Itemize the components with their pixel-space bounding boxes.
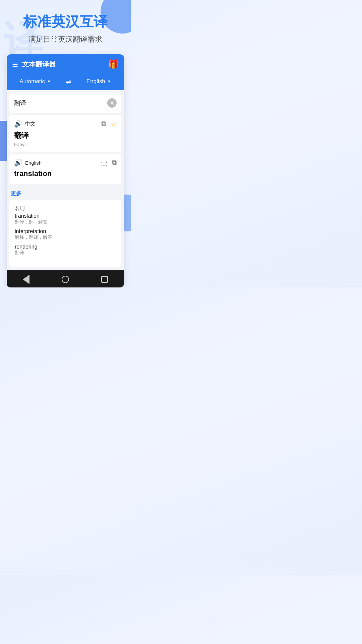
home-button[interactable] (62, 276, 69, 283)
more-label: 更多 (9, 190, 121, 197)
target-lang-selector[interactable]: English ▼ (86, 78, 111, 85)
back-icon (23, 275, 29, 284)
english-main-text: translation (14, 169, 117, 178)
target-lang-label: English (86, 78, 105, 85)
hero-subtitle: 满足日常英汉翻译需求 (7, 34, 124, 44)
english-lang-label: 🔊 English (14, 159, 42, 167)
chinese-speaker-icon[interactable]: 🔊 (14, 120, 22, 128)
recents-icon (101, 276, 108, 283)
menu-icon[interactable]: ☰ (12, 60, 18, 68)
more-section: 更多 名词 translation 翻译，翻，解答 interpretation… (7, 186, 124, 267)
bottom-nav (7, 270, 124, 287)
chinese-lang-name: 中文 (25, 121, 35, 127)
english-speaker-icon[interactable]: 🔊 (14, 159, 22, 167)
clear-button[interactable]: ✕ (107, 98, 117, 108)
lang-bar: Automatic ▼ ⇌ English ▼ (7, 74, 124, 90)
input-text: 翻译 (14, 99, 107, 107)
word-entry-2: rendering 翻译 (15, 244, 116, 256)
external-link-icon[interactable]: ⬚ (101, 159, 107, 167)
word-chinese-0: 翻译，翻，解答 (15, 219, 116, 225)
chinese-main-text: 翻译 (14, 130, 117, 141)
english-result-header: 🔊 English ⬚ ⧉ (14, 159, 117, 167)
copy-icon-english[interactable]: ⧉ (112, 159, 117, 167)
star-icon[interactable]: ☆ (111, 120, 117, 128)
english-result-card: 🔊 English ⬚ ⧉ translation (9, 154, 121, 184)
word-entry-0: translation 翻译，翻，解答 (15, 213, 116, 225)
swap-icon[interactable]: ⇌ (66, 77, 71, 86)
word-english-0: translation (15, 213, 116, 219)
app-title: 文本翻译器 (22, 60, 56, 69)
home-icon (62, 276, 69, 283)
app-header: ☰ 文本翻译器 🎁 (7, 54, 124, 74)
chinese-result-header: 🔊 中文 ⧉ ☆ (14, 120, 117, 128)
more-card: 名词 translation 翻译，翻，解答 interpretation 解释… (9, 200, 121, 267)
word-chinese-1: 解释，翻译，解答 (15, 234, 116, 240)
english-actions: ⬚ ⧉ (101, 159, 117, 167)
chinese-result-card: 🔊 中文 ⧉ ☆ 翻译 Fānyì (9, 115, 121, 152)
hero-title: 标准英汉互译 (7, 13, 124, 30)
recents-button[interactable] (101, 276, 108, 283)
copy-icon-chinese[interactable]: ⧉ (101, 120, 106, 128)
source-lang-arrow: ▼ (47, 79, 51, 84)
pos-group: 名词 translation 翻译，翻，解答 interpretation 解释… (15, 205, 116, 256)
gift-icon[interactable]: 🎁 (108, 59, 119, 69)
word-english-2: rendering (15, 244, 116, 250)
target-lang-arrow: ▼ (107, 79, 111, 84)
app-container: ☰ 文本翻译器 🎁 Automatic ▼ ⇌ English ▼ 翻译 ✕ (7, 54, 124, 287)
word-chinese-2: 翻译 (15, 250, 116, 256)
input-area[interactable]: 翻译 ✕ (9, 93, 121, 113)
back-button[interactable] (23, 275, 29, 284)
word-english-1: interpretation (15, 228, 116, 234)
hero-section: 标准英汉互译 满足日常英汉翻译需求 (7, 13, 124, 44)
chinese-pinyin: Fānyì (14, 142, 117, 147)
chinese-actions: ⧉ ☆ (101, 120, 117, 128)
chinese-lang-label: 🔊 中文 (14, 120, 35, 128)
word-entry-1: interpretation 解释，翻译，解答 (15, 228, 116, 240)
app-header-left: ☰ 文本翻译器 (12, 60, 56, 69)
source-lang-selector[interactable]: Automatic ▼ (19, 78, 51, 85)
pos-label: 名词 (15, 205, 116, 212)
english-lang-name: English (25, 160, 42, 166)
source-lang-label: Automatic (19, 78, 45, 85)
